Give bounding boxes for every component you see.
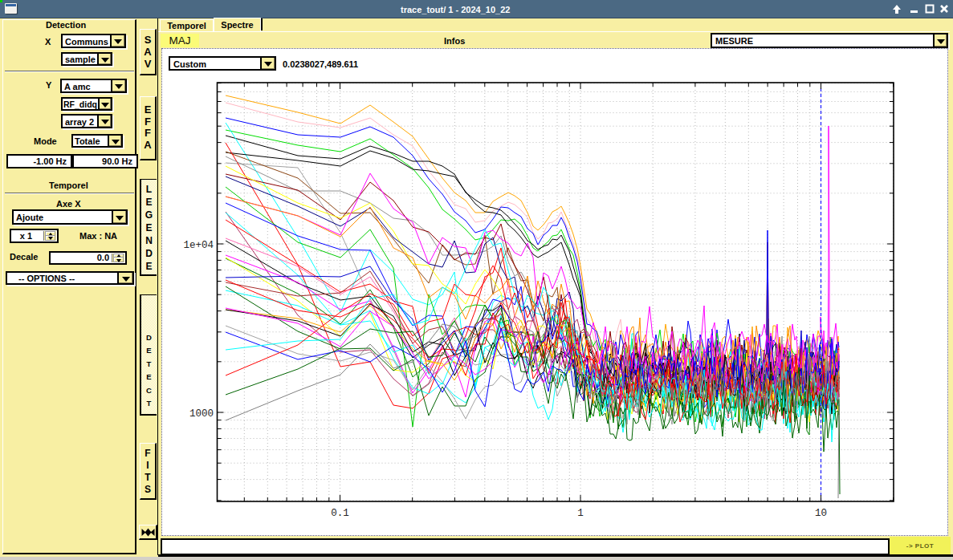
svg-text:1e+04: 1e+04 [183, 240, 214, 251]
svg-text:1: 1 [577, 508, 584, 519]
svg-text:1000: 1000 [189, 408, 214, 420]
svg-text:0.1: 0.1 [331, 508, 349, 519]
svg-text:10: 10 [815, 508, 827, 519]
